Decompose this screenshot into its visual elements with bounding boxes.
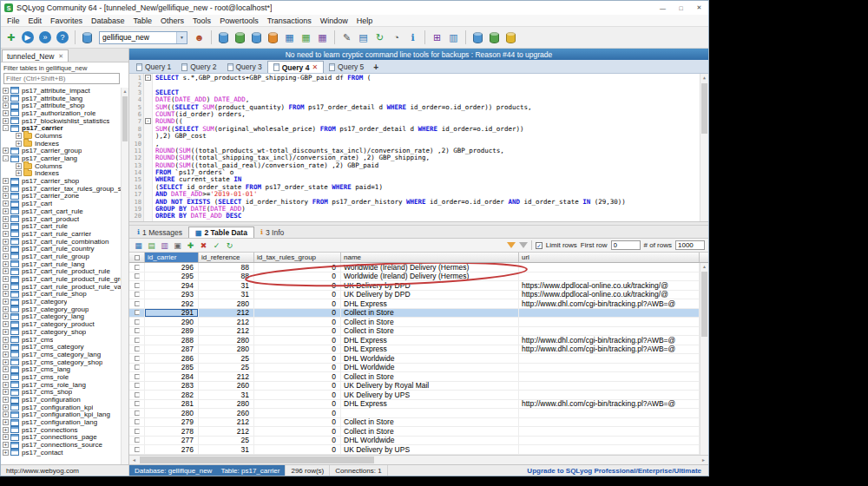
tree-item[interactable]: +Indexes	[3, 170, 121, 178]
print-icon[interactable]: ▣	[172, 240, 183, 251]
table-row[interactable]: 2882800DHL Expresshttp://www.dhl.com/cgi…	[129, 336, 700, 345]
tree-item[interactable]: +ps17_attribute_impact	[3, 87, 121, 95]
cell[interactable]: Worldwide (Ireland) Delivery (Hermes)	[341, 263, 519, 272]
table-row[interactable]: 2892120Collect in Store	[129, 327, 700, 337]
expand-icon[interactable]: +	[3, 148, 9, 154]
cell[interactable]: 0	[254, 345, 341, 354]
limit-rows-checkbox[interactable]: ✓	[536, 242, 542, 249]
tree-item[interactable]: +ps17_carrier_zone	[3, 193, 121, 200]
tree-item[interactable]: +ps17_cart_rule_shop	[3, 291, 121, 299]
expand-icon[interactable]: +	[3, 351, 9, 358]
tree-item[interactable]: +ps17_category_lang	[3, 313, 121, 321]
tree-item[interactable]: +ps17_cms_role	[3, 373, 121, 381]
save-changes-icon[interactable]: ✓	[211, 240, 222, 251]
expand-icon[interactable]: +	[3, 450, 9, 456]
cell[interactable]: 0	[254, 281, 341, 290]
cell[interactable]: 282	[145, 391, 199, 399]
expand-icon[interactable]: +	[3, 329, 9, 335]
cell[interactable]: 31	[199, 391, 254, 399]
query-tab[interactable]: Query 1	[131, 61, 176, 73]
expand-icon[interactable]: +	[3, 419, 9, 425]
cell[interactable]: 0	[254, 409, 341, 417]
flush-server-icon[interactable]	[487, 30, 502, 45]
cell[interactable]: 281	[145, 400, 199, 409]
tree-item[interactable]: +Indexes	[3, 140, 121, 148]
tree-item[interactable]: +ps17_cart_rule_group	[3, 253, 121, 260]
tree-item[interactable]: +ps17_category_product	[3, 320, 121, 328]
column-header-id_tax_rules_group[interactable]: id_tax_rules_group	[254, 253, 341, 262]
expand-icon[interactable]: +	[3, 374, 9, 380]
cell[interactable]: 280	[199, 345, 254, 354]
tree-item[interactable]: +ps17_connections_source	[3, 441, 121, 449]
scroll-right-icon[interactable]: ►	[699, 456, 708, 464]
tree-item[interactable]: +ps17_configuration_lang	[3, 418, 121, 426]
cell[interactable]: Worldwide (Ireland) Delivery (Hermes)	[341, 273, 519, 281]
chevron-down-icon[interactable]: ▼	[176, 32, 187, 43]
cell[interactable]: 280	[145, 409, 199, 417]
cell[interactable]: 88	[199, 273, 254, 281]
expand-icon[interactable]: +	[3, 178, 9, 184]
execute-query-icon[interactable]: ▶	[22, 31, 34, 43]
cell[interactable]: 284	[145, 372, 199, 381]
close-tab-icon[interactable]: ✕	[312, 63, 318, 71]
database-icon[interactable]	[80, 30, 95, 45]
sql-editor[interactable]: 1234567891011121314151617181920 -- SELEC…	[129, 74, 708, 222]
explain-query-icon[interactable]: ?	[56, 31, 69, 43]
menu-transactions[interactable]: Transactions	[263, 16, 316, 25]
grid-hscrollbar-thumb[interactable]	[140, 456, 374, 463]
expand-icon[interactable]: +	[3, 239, 9, 245]
table-row[interactable]: 285250DHL Worldwide	[129, 364, 700, 373]
table-row[interactable]: 2872800DHL Expresshttp://www.dhl.com/cgi…	[129, 345, 700, 355]
expand-icon[interactable]: +	[3, 193, 9, 199]
table-data-icon[interactable]: ▦	[315, 30, 330, 45]
close-icon[interactable]: ✕	[58, 53, 63, 60]
grid-scrollbar-thumb[interactable]	[701, 272, 707, 337]
cell[interactable]: 0	[254, 445, 341, 454]
table-row[interactable]: 2912120Collect in Store	[129, 309, 700, 319]
expand-icon[interactable]: +	[3, 366, 9, 372]
expand-icon[interactable]: +	[3, 397, 9, 403]
maximize-button[interactable]: □	[672, 1, 690, 15]
cell[interactable]	[519, 418, 700, 427]
cell[interactable]: 0	[254, 336, 341, 345]
tree-item[interactable]: +ps17_carrier_tax_rules_group_shop	[3, 185, 121, 193]
cell[interactable]: 212	[199, 327, 254, 336]
scroll-up-icon[interactable]: ▲	[122, 88, 128, 95]
cell[interactable]: 283	[145, 382, 199, 391]
cell[interactable]: Collect in Store	[341, 327, 519, 336]
cell[interactable]: 290	[145, 318, 199, 326]
cell[interactable]: 0	[254, 354, 341, 363]
expand-icon[interactable]: +	[3, 200, 9, 207]
cell[interactable]: 0	[254, 427, 341, 436]
cell[interactable]: http://www.dhl.com/cgi-bin/tracking.pl?A…	[519, 336, 700, 345]
menu-edit[interactable]: Edit	[24, 16, 47, 25]
expand-icon[interactable]: +	[3, 268, 9, 274]
close-button[interactable]: ✕	[690, 1, 708, 15]
refresh-data-icon[interactable]: ↻	[224, 240, 235, 251]
cell[interactable]	[519, 263, 700, 272]
cell[interactable]: http://www.dhl.com/cgi-bin/tracking.pl?A…	[519, 299, 700, 308]
cell[interactable]: 0	[254, 263, 341, 272]
cell[interactable]: 0	[254, 299, 341, 308]
expand-icon[interactable]: +	[3, 291, 9, 297]
tree-item[interactable]: +ps17_connections	[3, 426, 121, 434]
expand-icon[interactable]: +	[3, 411, 9, 417]
expand-icon[interactable]: +	[3, 253, 9, 259]
alter-table-icon[interactable]: ▦	[299, 30, 313, 45]
table-row[interactable]: 282310UK Delivery by UPS	[129, 391, 700, 400]
cell[interactable]: UK Delivery by Royal Mail	[341, 382, 519, 391]
cell[interactable]: Collect in Store	[341, 427, 519, 436]
table-row[interactable]: 296880Worldwide (Ireland) Delivery (Herm…	[129, 263, 700, 273]
cell[interactable]: 286	[145, 354, 199, 363]
query-profiler-icon[interactable]: ◔	[389, 30, 404, 45]
cell[interactable]: 212	[199, 318, 254, 326]
tree-item[interactable]: +ps17_configuration	[3, 396, 121, 404]
tree-item[interactable]: +ps17_carrier_shop	[3, 177, 121, 185]
cell[interactable]: DHL Express	[341, 345, 519, 354]
cell[interactable]	[519, 382, 700, 391]
expand-icon[interactable]: +	[16, 133, 22, 139]
expand-icon[interactable]: +	[3, 284, 9, 290]
cell[interactable]: DHL Worldwide	[341, 364, 519, 372]
cell[interactable]: 0	[254, 391, 341, 399]
tree-item[interactable]: +ps17_cms_shop	[3, 389, 121, 397]
